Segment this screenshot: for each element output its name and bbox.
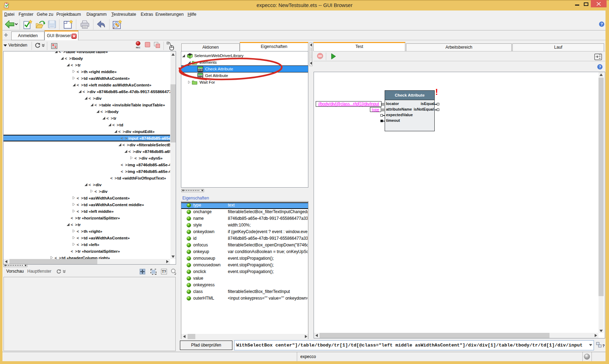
- svg-text:REC: REC: [136, 47, 140, 49]
- svg-text:?: ?: [602, 344, 605, 348]
- svg-text:?: ?: [601, 22, 603, 26]
- svg-text:T?: T?: [162, 270, 166, 274]
- svg-text:?: ?: [599, 65, 601, 69]
